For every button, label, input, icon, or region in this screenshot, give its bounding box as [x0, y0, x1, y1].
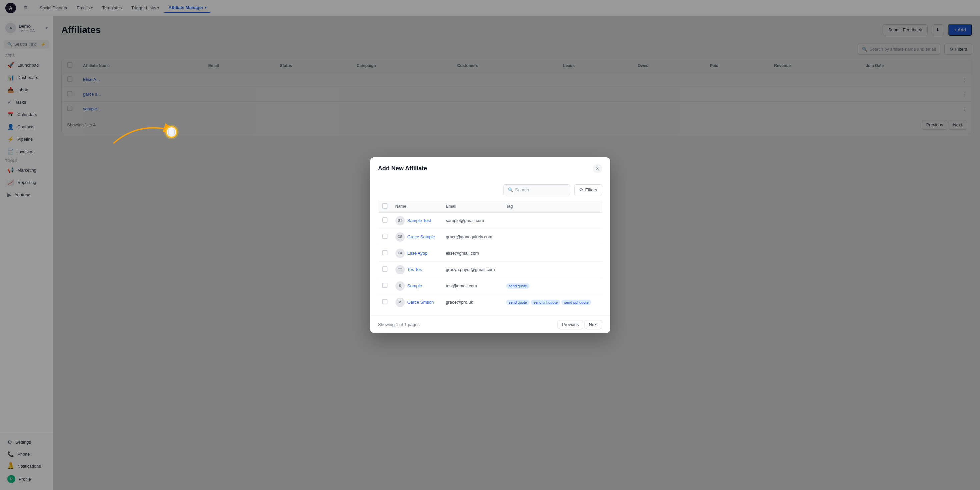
- highlight-circle: [165, 126, 177, 138]
- contact-row: ST Sample Test sample@gmail.com: [378, 212, 602, 229]
- modal-header: Add New Affiliate ×: [370, 158, 610, 179]
- contact-tags-5: send quotesend tint quotesend ppf quote: [502, 294, 602, 310]
- contact-checkbox-4[interactable]: [382, 283, 387, 288]
- modal-next-button[interactable]: Next: [584, 320, 602, 329]
- contact-email-4: test@gmail.com: [442, 278, 502, 294]
- contact-row: TT Tes Tes grasya.puyot@gmail.com: [378, 261, 602, 278]
- contact-avatar-1: GS: [396, 232, 405, 242]
- modal-showing-text: Showing 1 of 1 pages: [378, 322, 420, 327]
- modal-search-field[interactable]: 🔍 Search: [503, 185, 570, 195]
- modal-filter-icon: ⚙: [579, 187, 583, 192]
- contact-name-1[interactable]: Grace Sample: [407, 234, 435, 239]
- modal-filters-button[interactable]: ⚙ Filters: [574, 185, 602, 195]
- contact-avatar-0: ST: [396, 216, 405, 225]
- contact-avatar-2: EA: [396, 249, 405, 258]
- contact-name-0[interactable]: Sample Test: [407, 218, 431, 223]
- modal-toolbar: 🔍 Search ⚙ Filters: [378, 185, 602, 195]
- contact-avatar-4: S: [396, 282, 405, 291]
- col-email: Email: [442, 200, 502, 213]
- contact-email-0: sample@gmail.com: [442, 212, 502, 229]
- col-name: Name: [391, 200, 442, 213]
- contact-checkbox-1[interactable]: [382, 234, 387, 239]
- modal-select-all-checkbox[interactable]: [382, 203, 387, 208]
- modal-title: Add New Affiliate: [378, 165, 427, 172]
- contact-email-5: grace@pro.uk: [442, 294, 502, 310]
- modal-search-icon: 🔍: [508, 187, 513, 192]
- arrow-annotation: [107, 113, 193, 153]
- contact-name-2[interactable]: Elise Ayop: [407, 251, 428, 256]
- contact-name-3[interactable]: Tes Tes: [407, 267, 422, 272]
- contact-tags-3: [502, 261, 602, 278]
- contact-tags-1: [502, 229, 602, 245]
- modal-footer: Showing 1 of 1 pages Previous Next: [370, 316, 610, 333]
- contact-name-5[interactable]: Garce Smson: [407, 300, 434, 305]
- contact-row: S Sample test@gmail.com send quote: [378, 278, 602, 294]
- tag-pill: send ppf quote: [562, 300, 591, 305]
- contact-email-1: grace@goacquirely.com: [442, 229, 502, 245]
- contact-row: GS Garce Smson grace@pro.uk send quotese…: [378, 294, 602, 310]
- contact-email-3: grasya.puyot@gmail.com: [442, 261, 502, 278]
- contact-name-4[interactable]: Sample: [407, 283, 422, 288]
- contacts-table: Name Email Tag ST Sample Test sample@gma…: [378, 200, 602, 310]
- contact-email-2: elise@gmail.com: [442, 245, 502, 261]
- contact-row: GS Grace Sample grace@goacquirely.com: [378, 229, 602, 245]
- checkbox-highlight: [165, 126, 177, 138]
- contact-tags-0: [502, 212, 602, 229]
- contact-tags-4: send quote: [502, 278, 602, 294]
- contacts-table-header: Name Email Tag: [378, 200, 602, 213]
- contact-avatar-5: GS: [396, 298, 405, 307]
- modal-overlay: Add New Affiliate × 🔍 Search ⚙ Filters N…: [0, 0, 980, 490]
- modal-close-button[interactable]: ×: [593, 164, 602, 173]
- tag-pill: send tint quote: [531, 300, 560, 305]
- contact-tags-2: [502, 245, 602, 261]
- tag-pill: send quote: [506, 300, 530, 305]
- modal-prev-button[interactable]: Previous: [557, 320, 583, 329]
- modal-pagination: Previous Next: [557, 320, 602, 329]
- contacts-table-body: ST Sample Test sample@gmail.com GS Grace…: [378, 212, 602, 310]
- col-tag: Tag: [502, 200, 602, 213]
- tag-pill: send quote: [506, 283, 530, 289]
- contact-avatar-3: TT: [396, 265, 405, 274]
- contact-checkbox-5[interactable]: [382, 299, 387, 304]
- contact-row: EA Elise Ayop elise@gmail.com: [378, 245, 602, 261]
- modal-body: 🔍 Search ⚙ Filters Name Email Tag: [370, 179, 610, 316]
- contact-checkbox-2[interactable]: [382, 250, 387, 255]
- contact-checkbox-0[interactable]: [382, 217, 387, 223]
- add-affiliate-modal: Add New Affiliate × 🔍 Search ⚙ Filters N…: [370, 158, 610, 333]
- contact-checkbox-3[interactable]: [382, 266, 387, 272]
